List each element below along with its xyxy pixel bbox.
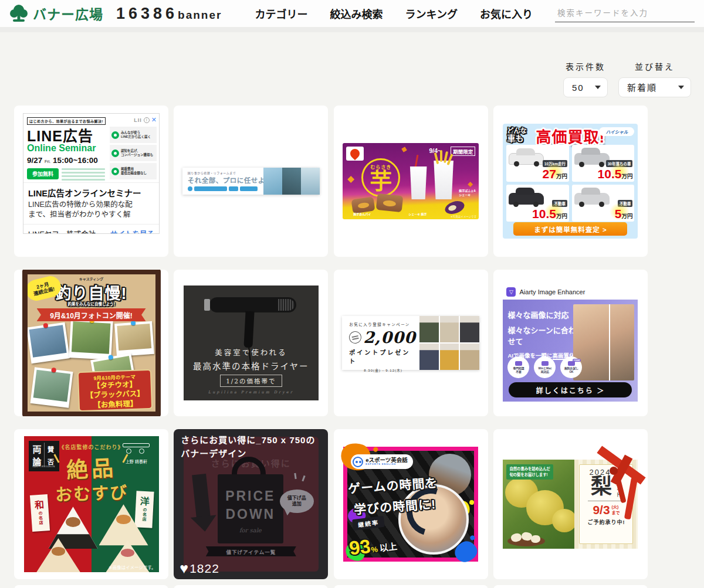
- dryer-price-box: 1/2の価格帯で: [220, 375, 282, 387]
- polaroid-photo: [114, 321, 154, 356]
- points-gift-label: ポイントプレゼント: [349, 348, 417, 365]
- line-ad-cta-button[interactable]: 参加無料: [27, 168, 59, 179]
- aiarty-cta-button[interactable]: 詳しくはこちら ＞: [509, 382, 632, 397]
- aiarty-badge: WinとMac 両対応: [534, 356, 556, 378]
- banner-grid: はじめ方から、効果が出るまでお悩み解決! LII i ✕ LINE広告 Onli…: [14, 106, 648, 588]
- banner-card-murasaki-imo[interactable]: 9/4~ 期間限定 むらさき 芋: [334, 106, 488, 257]
- banner-count: 16386 banner: [116, 5, 222, 23]
- aiarty-badge: 専門知識 不要: [507, 356, 529, 378]
- aiarty-badges: 専門知識 不要 WinとMac 両対応 FREE無料お試し OK: [507, 356, 582, 378]
- line-ad-date-day: 9/27: [27, 156, 42, 165]
- nav-item-favorites[interactable]: お気に入り: [480, 6, 533, 21]
- line-ad-date-week: Fri.: [45, 159, 50, 164]
- divider: [588, 501, 624, 501]
- dryer-brand: Lupilina Premium Dryer: [184, 390, 319, 395]
- banner-card-aiarty[interactable]: ▽ Aiarty Image Enhancer 様々な画像に対応 様々なシーンに…: [493, 270, 648, 416]
- parfait-cup: [432, 161, 455, 199]
- line-ad-creative: はじめ方から、効果が出るまでお悩み解決! LII i ✕ LINE広告 Onli…: [23, 114, 159, 183]
- logo-text: バナー広場: [33, 4, 103, 23]
- imo-product-label: 焼芋ぱふぇ&シェーキ: [459, 189, 476, 197]
- reform-badges: [188, 186, 263, 191]
- banner-card-price-down[interactable]: さらにお買い得に PRICE DOWN for sale 値下げ品 追加 値下げ…: [174, 429, 328, 579]
- ad-close-icon[interactable]: ✕: [151, 116, 157, 124]
- banner-card-2000-points[interactable]: お気に入り登録キャンペーン 2,000 ポイントプレゼント 8.30(金) - …: [334, 270, 488, 416]
- car-price: 10.5万円: [598, 167, 633, 181]
- reform-main-copy: それ全部、プロに任せよう: [188, 175, 263, 185]
- coupon-stamp-icon: [348, 330, 363, 345]
- reform-photo: [301, 168, 320, 195]
- nav-item-filtered-search[interactable]: 絞込み検索: [330, 6, 383, 21]
- kaitori-example: 不動車 10.5万円: [506, 185, 569, 222]
- kaitori-cta-button[interactable]: まずは簡単無料査定 >: [513, 222, 627, 236]
- pie-shape: [376, 193, 404, 212]
- banner-card-omusubi[interactable]: 両 賛 論 否 SANPI-RYOURON 《名店監修のこだわり》 絶品 おむす…: [14, 429, 168, 579]
- banner-card-fishing-contest[interactable]: 2ヶ月 連続企画! キャスティング 釣り自慢! 釣果をみんなに自慢しよう! 9月…: [14, 270, 168, 416]
- aiarty-body: 様々な画像に対応 様々なシーンに合わせて AIで画像を一瞬に高画質化! 専門知識…: [503, 300, 638, 402]
- banner-card-line-seminar[interactable]: はじめ方から、効果が出るまでお悩み解決! LII i ✕ LINE広告 Onli…: [14, 106, 168, 257]
- banner-card-hair-dryer[interactable]: 美容室で使われる 最高水準の本格ドライヤー 1/2の価格帯で Lupilina …: [174, 270, 328, 416]
- dryer-handle-shape: [243, 311, 254, 348]
- list-controls: 表示件数 50 並び替え 新着順: [563, 60, 691, 97]
- grid-row-4: [14, 585, 648, 588]
- banner-card-nashi-gift[interactable]: 自然の恵みを詰め込んだ 旬の梨をお届けします! 2024 梨 ギフト: [493, 429, 648, 579]
- header-divider: [0, 27, 704, 32]
- banner-card-esports-english[interactable]: eスポーツ英会話ESPORTS ENGLISH ゲームの時間を 学びの時間に! …: [334, 429, 488, 579]
- per-page-select[interactable]: 50: [563, 77, 608, 97]
- banner-card-reform[interactable]: 困り事から修理・リフォームまで それ全部、プロに任せよう: [174, 106, 328, 257]
- nashi-kanji: 梨: [591, 475, 612, 498]
- pricedown-bubble: 値下げ品 追加: [280, 490, 314, 513]
- dryer-copy-line2: 最高水準の本格ドライヤー: [184, 359, 319, 372]
- main-nav: カテゴリー 絞込み検索 ランキング お気に入り: [255, 6, 532, 21]
- site-logo[interactable]: バナー広場: [8, 4, 103, 23]
- points-amount-row: 2,000: [349, 328, 417, 346]
- banner-card[interactable]: [174, 585, 328, 588]
- line-ad-fineprint: [62, 168, 105, 182]
- imo-banner: 9/4~ 期間限定 むらさき 芋: [343, 143, 479, 219]
- line-ad-site-link[interactable]: サイトを見る: [110, 228, 154, 234]
- nav-item-categories[interactable]: カテゴリー: [255, 6, 307, 21]
- line-ad-cta-row: 参加無料: [27, 168, 105, 182]
- fishing-theme-box: 9月&10月のテーマ 【タチウオ】 【ブラックバス】 【お魚料理】: [77, 369, 152, 412]
- aiarty-header: ▽ Aiarty Image Enhancer: [503, 284, 638, 300]
- points-period: 8.30(金) - 9.12(木): [349, 368, 417, 373]
- reform-small-copy: 困り事から修理・リフォームまで: [188, 171, 263, 175]
- points-text-area: お気に入り登録キャンペーン 2,000 ポイントプレゼント 8.30(金) - …: [342, 316, 419, 370]
- kaitori-examples: 10万km走行 27万円 30年落ちの車 10.5万円 不動車: [506, 145, 634, 222]
- reform-badge: [240, 186, 258, 191]
- line-ad-title: LINE広告: [27, 124, 93, 145]
- shake-cup: [408, 166, 428, 199]
- reform-photo: [263, 168, 282, 195]
- sort-select-wrap: 新着順: [618, 77, 691, 97]
- sort-select[interactable]: 新着順: [618, 77, 691, 97]
- search-box: [555, 5, 695, 22]
- potato-stick: [440, 150, 442, 162]
- aiarty-banner: ▽ Aiarty Image Enhancer 様々な画像に対応 様々なシーンに…: [503, 284, 638, 402]
- nav-item-ranking[interactable]: ランキング: [405, 6, 457, 21]
- sweet-potato-shape: [444, 199, 466, 216]
- nashi-status: ご予約承り中!: [583, 518, 629, 526]
- ad-brand-icon: LII: [134, 117, 142, 123]
- before-after-photo: [573, 304, 634, 380]
- bag-text-price: PRICE: [218, 487, 283, 505]
- line-ad-date-time: 15:00~16:00: [53, 156, 98, 165]
- dryer-banner: 美容室で使われる 最高水準の本格ドライヤー 1/2の価格帯で Lupilina …: [184, 285, 319, 400]
- banner-card[interactable]: [334, 585, 488, 588]
- line-ad-body: LINE広告の特徴から効果的な配 まで、担当者がわかりやすく解: [23, 199, 159, 220]
- free-tag: FREE: [573, 359, 581, 362]
- car-shape: [509, 193, 544, 205]
- imo-product-label: シェーキ 焼芋: [408, 212, 427, 216]
- heart-icon[interactable]: ♥: [180, 561, 188, 576]
- kaitori-lead2: 車も: [507, 134, 526, 143]
- banner-card-car-kaitori[interactable]: どんな 車も 高価買取! ハイシャル 10万km走行 27万円: [493, 106, 648, 257]
- banner-count-number: 16386: [116, 5, 178, 23]
- reform-badge: [229, 186, 238, 191]
- sort-label: 並び替え: [635, 60, 675, 72]
- maple-leaf-shape: [347, 176, 354, 183]
- ad-info-icon[interactable]: i: [144, 117, 150, 123]
- banner-card[interactable]: [493, 585, 648, 588]
- line-ad-subtitle: Online Seminar: [27, 143, 96, 154]
- banner-card[interactable]: [14, 585, 168, 588]
- polaroid-photo: [30, 367, 73, 408]
- search-input[interactable]: [555, 5, 695, 22]
- pricedown-ribbon: 値下げアイテム一覧: [206, 546, 296, 556]
